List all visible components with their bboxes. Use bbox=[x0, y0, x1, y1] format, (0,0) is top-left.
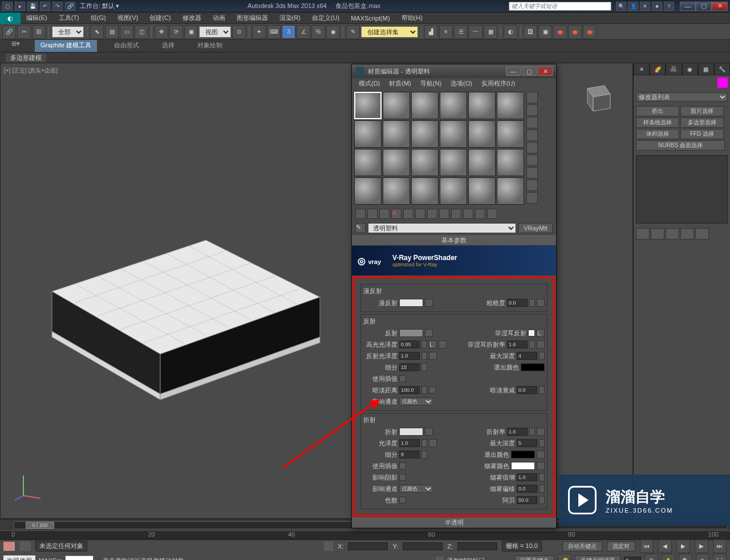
signin-icon[interactable]: 👤 bbox=[628, 2, 638, 11]
qa-new-icon[interactable]: ▢ bbox=[2, 2, 13, 11]
keyfilter-button[interactable]: 关键点过滤器 bbox=[575, 555, 620, 560]
transform-type-icon[interactable] bbox=[324, 542, 333, 551]
snap-toggle-icon[interactable]: 3 bbox=[282, 25, 295, 39]
roughness-map-button[interactable] bbox=[537, 299, 545, 307]
me-menu-mode[interactable]: 模式(D) bbox=[355, 78, 383, 90]
refr-exit-swatch[interactable] bbox=[511, 451, 535, 458]
close-button[interactable]: ✕ bbox=[712, 2, 728, 11]
me-menu-nav[interactable]: 导航(N) bbox=[417, 78, 445, 90]
me-preview-icon[interactable] bbox=[526, 155, 538, 166]
me-options-icon[interactable] bbox=[526, 167, 538, 178]
search-icon[interactable]: 🔍 bbox=[616, 2, 626, 11]
exchange-icon[interactable]: ✕ bbox=[640, 2, 650, 11]
window-crossing-icon[interactable]: ◫ bbox=[135, 25, 148, 39]
select-name-icon[interactable]: ▤ bbox=[105, 25, 119, 39]
me-slot[interactable] bbox=[354, 149, 382, 176]
refr-channel-dropdown[interactable]: 仅颜色 bbox=[399, 485, 433, 493]
time-config-icon[interactable]: ⏱ bbox=[644, 554, 658, 560]
me-backlight-icon[interactable] bbox=[526, 104, 538, 116]
menu-group[interactable]: 组(G) bbox=[85, 13, 112, 23]
render-icon[interactable]: 🫖 bbox=[553, 25, 567, 39]
me-minimize-button[interactable]: — bbox=[506, 67, 521, 76]
selected-button[interactable]: 选定对 bbox=[607, 541, 635, 551]
me-select-by-mat-icon[interactable] bbox=[526, 180, 538, 191]
hilight-map-button[interactable] bbox=[439, 340, 447, 348]
scale-icon[interactable]: ▣ bbox=[184, 25, 198, 39]
me-slot[interactable] bbox=[468, 120, 496, 148]
ior-spinner[interactable]: 1.6 bbox=[507, 428, 528, 436]
cmd-tab-motion-icon[interactable]: ◉ bbox=[682, 63, 698, 75]
schematic-icon[interactable]: ▦ bbox=[484, 25, 497, 39]
maxscript-input[interactable] bbox=[65, 555, 94, 560]
layers-icon[interactable]: ☰ bbox=[454, 25, 468, 39]
me-assign-sel-icon[interactable] bbox=[379, 209, 390, 219]
me-slot[interactable] bbox=[383, 149, 410, 176]
menu-customize[interactable]: 自定义(U) bbox=[306, 13, 345, 23]
me-slot[interactable] bbox=[468, 92, 496, 119]
render-prod-icon[interactable]: 🫖 bbox=[568, 25, 582, 39]
time-thumb[interactable]: 0 / 100 bbox=[26, 522, 54, 529]
me-uv-tiling-icon[interactable] bbox=[526, 129, 538, 141]
coord-y-input[interactable] bbox=[403, 542, 443, 550]
me-put-scene-icon[interactable] bbox=[367, 209, 378, 219]
rollout-basic-params[interactable]: 基本参数 bbox=[352, 236, 556, 246]
refl-channel-dropdown[interactable]: 仅颜色 bbox=[399, 397, 433, 405]
dispersion-checkbox[interactable] bbox=[399, 497, 406, 504]
play-icon[interactable]: ▶ bbox=[676, 539, 690, 553]
me-slot[interactable] bbox=[497, 149, 524, 176]
keyboard-icon[interactable]: ⌨ bbox=[267, 25, 281, 39]
coord-x-input[interactable] bbox=[348, 542, 388, 550]
vp-pan-icon[interactable]: ✋ bbox=[662, 554, 675, 560]
cmd-tab-create-icon[interactable]: ✳ bbox=[634, 63, 650, 75]
refl-maxdepth-spinner[interactable]: 4 bbox=[517, 352, 537, 360]
tag-icon[interactable] bbox=[436, 557, 444, 560]
rollout-translucent[interactable]: 半透明 bbox=[352, 518, 556, 528]
material-name-dropdown[interactable]: 透明塑料 bbox=[368, 223, 516, 233]
fresnel-checkbox[interactable]: ✓ bbox=[528, 330, 535, 336]
mod-btn-extrude[interactable]: 挤出 bbox=[636, 106, 679, 116]
ribbon-tab-freeform[interactable]: 自由形式 bbox=[108, 40, 145, 52]
move-icon[interactable]: ✥ bbox=[155, 25, 168, 39]
qa-open-icon[interactable]: ▸ bbox=[15, 2, 25, 11]
me-make-unique-icon[interactable] bbox=[415, 209, 425, 219]
me-menu-util[interactable]: 实用程序(U) bbox=[478, 78, 518, 90]
autokey-button[interactable]: 自动关键点 bbox=[562, 541, 602, 551]
cmd-tab-hierarchy-icon[interactable]: 品 bbox=[666, 63, 682, 75]
select-icon[interactable]: ⬉ bbox=[90, 25, 104, 39]
angle-snap-icon[interactable]: ∠ bbox=[297, 25, 310, 39]
me-slot[interactable] bbox=[411, 149, 439, 176]
modifier-stack[interactable] bbox=[636, 155, 728, 224]
reflect-map-button[interactable] bbox=[425, 329, 433, 337]
vp-orbit-icon[interactable]: ⟳ bbox=[696, 554, 709, 560]
viewcube[interactable] bbox=[576, 80, 616, 120]
me-reset-icon[interactable]: ✕ bbox=[391, 209, 402, 219]
pivot-icon[interactable]: ⊙ bbox=[232, 25, 246, 39]
named-set-edit-icon[interactable]: ✎ bbox=[346, 25, 360, 39]
percent-snap-icon[interactable]: % bbox=[311, 25, 325, 39]
object-color-swatch[interactable] bbox=[717, 78, 728, 88]
curve-editor-icon[interactable]: 〰 bbox=[469, 25, 482, 39]
play-start-icon[interactable]: ⏮ bbox=[640, 539, 654, 553]
dim-dist-spinner[interactable]: 100.0 bbox=[399, 386, 420, 394]
me-slot[interactable] bbox=[468, 149, 496, 176]
qa-save-icon[interactable]: 💾 bbox=[27, 2, 38, 11]
me-sample-type-icon[interactable] bbox=[526, 92, 538, 103]
ribbon-tab-graphite[interactable]: Graphite 建模工具 bbox=[35, 40, 97, 52]
refr-interp-checkbox[interactable] bbox=[399, 462, 406, 469]
hilight-gloss-spinner[interactable]: 0.85 bbox=[399, 340, 420, 348]
link-icon[interactable]: 🔗 bbox=[2, 25, 16, 39]
menu-edit[interactable]: 编辑(E) bbox=[21, 13, 53, 23]
menu-modifier[interactable]: 修改器 bbox=[177, 13, 207, 23]
me-slot[interactable] bbox=[440, 92, 467, 119]
fresnel-lock-button[interactable]: L bbox=[537, 329, 545, 337]
ribbon-tab-select[interactable]: 选择 bbox=[156, 40, 180, 52]
menu-render[interactable]: 渲染(R) bbox=[274, 13, 306, 23]
menu-view[interactable]: 视图(V) bbox=[112, 13, 144, 23]
setkey-button[interactable]: 设置关键点 bbox=[514, 555, 554, 560]
fog-mult-spinner[interactable]: 1.0 bbox=[517, 473, 537, 481]
refract-color-swatch[interactable] bbox=[399, 428, 423, 436]
refl-gloss-spinner[interactable]: 1.0 bbox=[399, 352, 420, 360]
add-timetag-label[interactable]: 添加时间标记 bbox=[447, 557, 485, 561]
remove-mod-icon[interactable] bbox=[680, 228, 694, 240]
refl-subdiv-spinner[interactable]: 15 bbox=[399, 363, 420, 371]
